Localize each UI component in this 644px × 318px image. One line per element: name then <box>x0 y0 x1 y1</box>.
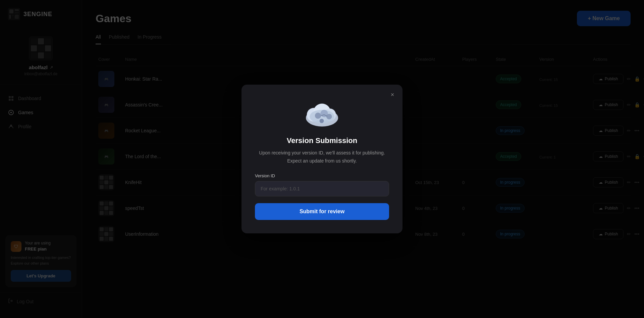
version-submission-modal: × Versio <box>241 85 402 233</box>
svg-point-20 <box>315 112 321 119</box>
svg-point-22 <box>326 114 332 120</box>
modal-overlay[interactable]: × Versio <box>0 0 644 318</box>
svg-point-25 <box>320 119 324 123</box>
modal-description: Upon receiving your version ID, we'll as… <box>255 149 389 165</box>
version-id-label: Version ID <box>255 173 389 178</box>
submit-for-review-button[interactable]: Submit for review <box>255 203 389 220</box>
version-id-input[interactable] <box>255 181 389 196</box>
modal-cloud-icon <box>302 98 342 128</box>
modal-title: Version Submission <box>255 136 389 145</box>
modal-close-button[interactable]: × <box>388 90 397 99</box>
